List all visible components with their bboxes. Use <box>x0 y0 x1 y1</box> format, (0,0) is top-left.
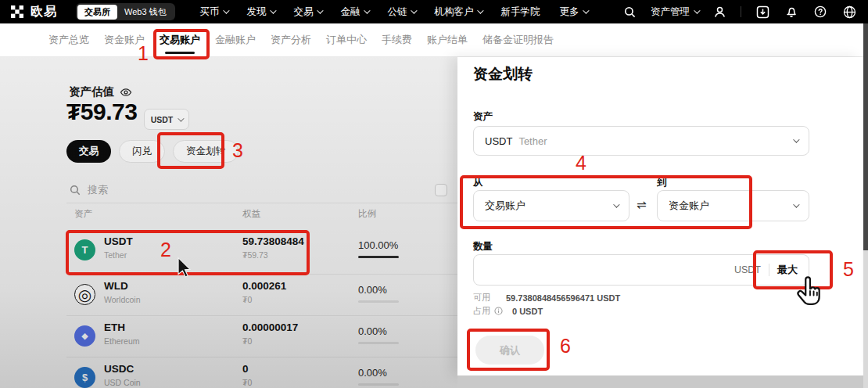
asset-equity-fiat: ₮0 <box>242 336 252 346</box>
from-account-select[interactable]: 交易账户 <box>473 190 629 221</box>
tab-assets-overview[interactable]: 资产总览 <box>48 33 89 47</box>
download-app-icon[interactable] <box>755 4 770 20</box>
chevron-down-icon <box>583 7 589 13</box>
from-field-label: 从 <box>473 176 483 189</box>
main-menu: 买币 发现 交易 金融 公链 机构客户 新手学院 更多 <box>200 5 587 19</box>
swap-direction-icon[interactable]: ⇌ <box>637 198 647 212</box>
help-icon[interactable] <box>812 4 828 20</box>
brand-logo[interactable]: 欧易 <box>9 4 57 20</box>
trading-account-panel: 资产估值 ₮59.73 USDT 交易 闪兑 资金划转 资产 权益 比例 <box>0 57 457 388</box>
to-account-value: 资金账户 <box>669 199 709 213</box>
valuation-currency-select[interactable]: USDT <box>144 109 189 130</box>
annotation-number-2: 2 <box>160 239 171 261</box>
chevron-down-icon <box>477 7 483 13</box>
menu-trade[interactable]: 交易 <box>294 5 321 19</box>
asset-name: USD Coin <box>104 378 141 387</box>
menu-more[interactable]: 更多 <box>560 5 587 19</box>
annotation-number-5: 5 <box>843 258 854 281</box>
available-value: 59.7380848456596471 USDT <box>506 293 620 303</box>
chevron-down-icon <box>270 7 276 13</box>
profile-icon[interactable] <box>712 4 727 20</box>
asset-equity-fiat: ₮0 <box>242 295 252 304</box>
asset-equity-fiat: ₮59.73 <box>242 250 268 260</box>
search-input[interactable] <box>88 184 197 196</box>
menu-institutional[interactable]: 机构客户 <box>435 5 482 19</box>
annotation-number-3: 3 <box>232 139 243 162</box>
menu-discover[interactable]: 发现 <box>247 5 274 19</box>
available-line: 可用 59.7380848456596471 USDT <box>473 292 620 304</box>
toggle-web3-wallet[interactable]: Web3 钱包 <box>117 5 174 20</box>
max-button[interactable]: 最大 <box>777 263 798 277</box>
hide-small-assets-checkbox[interactable] <box>435 184 447 196</box>
notifications-bell-icon[interactable] <box>784 4 799 20</box>
search-icon <box>69 184 81 196</box>
ratio-bar <box>358 256 399 258</box>
asset-select[interactable]: USDT Tether <box>473 126 809 156</box>
table-row-usdc[interactable]: $ USDC USD Coin 0 ₮0 0.00% <box>66 357 457 388</box>
tab-order-center[interactable]: 订单中心 <box>326 33 367 47</box>
mode-toggle: 交易所 Web3 钱包 <box>76 3 175 20</box>
chevron-down-icon <box>178 115 184 121</box>
table-row-wld[interactable]: ◎ WLD Worldcoin 0.000261 ₮0 0.00% <box>66 274 457 315</box>
tab-finance-account[interactable]: 金融账户 <box>215 33 256 47</box>
ratio-bar <box>358 342 399 344</box>
menu-finance[interactable]: 金融 <box>341 5 368 19</box>
info-icon[interactable] <box>493 307 503 316</box>
fund-transfer-modal: 资金划转 资产 USDT Tether 从 到 交易账户 ⇌ 资金账户 数量 U… <box>457 57 862 375</box>
asset-ratio: 0.00% <box>358 367 387 379</box>
navbar-right: 资产管理 <box>622 0 857 23</box>
to-field-label: 到 <box>657 176 667 189</box>
brand-name: 欧易 <box>30 4 57 20</box>
divider <box>769 264 769 276</box>
modal-title: 资金划转 <box>473 64 533 84</box>
chevron-down-icon <box>223 7 229 13</box>
menu-chains[interactable]: 公链 <box>388 5 415 19</box>
tab-account-statement[interactable]: 账户结单 <box>427 33 468 47</box>
table-row-eth[interactable]: ◆ ETH Ethereum 0.00000017 ₮0 0.00% <box>66 315 457 357</box>
asset-management-menu[interactable]: 资产管理 <box>651 5 698 19</box>
amount-unit: USDT <box>734 264 761 275</box>
asset-select-symbol: USDT <box>485 135 512 147</box>
chevron-down-icon <box>411 7 417 13</box>
usdc-coin-icon: $ <box>74 367 95 388</box>
eye-icon[interactable] <box>120 86 132 99</box>
convert-button[interactable]: 闪兑 <box>119 140 165 163</box>
tab-fees[interactable]: 手续费 <box>382 33 412 47</box>
asset-valuation-title: 资产估值 <box>69 84 132 99</box>
tab-proof-of-reserves[interactable]: 储备金证明报告 <box>482 33 554 47</box>
tab-asset-analysis[interactable]: 资产分析 <box>271 33 311 47</box>
transfer-button[interactable]: 资金划转 <box>173 140 239 163</box>
to-account-select[interactable]: 资金账户 <box>657 190 809 221</box>
amount-input[interactable] <box>485 264 734 276</box>
page-scrollbar[interactable] <box>863 23 868 388</box>
eth-coin-icon: ◆ <box>74 325 95 347</box>
asset-select-name: Tether <box>518 135 547 147</box>
asset-ratio: 0.00% <box>358 325 387 337</box>
okx-logo-icon <box>9 4 25 20</box>
asset-symbol: USDC <box>104 363 134 375</box>
scrollbar-thumb[interactable] <box>863 23 868 250</box>
dimmed-background <box>457 375 868 388</box>
chevron-down-icon <box>613 201 619 207</box>
asset-symbol: ETH <box>104 322 125 333</box>
account-tabbar: 资产总览 资金账户 交易账户 金融账户 资产分析 订单中心 手续费 账户结单 储… <box>0 23 868 57</box>
divider <box>741 6 741 17</box>
language-globe-icon[interactable] <box>841 4 857 20</box>
toggle-exchange[interactable]: 交易所 <box>77 5 117 20</box>
annotation-number-4: 4 <box>576 152 586 174</box>
divider <box>66 203 457 203</box>
search-icon[interactable] <box>622 4 637 20</box>
asset-symbol: USDT <box>104 235 133 247</box>
menu-buy-crypto[interactable]: 买币 <box>200 5 228 19</box>
trade-button[interactable]: 交易 <box>66 140 111 163</box>
asset-name: Tether <box>104 250 127 260</box>
amount-field-label: 数量 <box>473 240 493 253</box>
chevron-down-icon <box>793 201 799 207</box>
confirm-button[interactable]: 确认 <box>475 336 544 365</box>
asset-name: Worldcoin <box>104 295 141 304</box>
tab-trading-account[interactable]: 交易账户 <box>160 33 200 47</box>
in-use-line: 占用 0 USDT <box>473 305 543 317</box>
menu-academy[interactable]: 新手学院 <box>501 5 540 19</box>
table-row-usdt[interactable]: T USDT Tether 59.73808484 ₮59.73 100.00% <box>66 229 457 271</box>
ratio-bar <box>358 300 399 303</box>
